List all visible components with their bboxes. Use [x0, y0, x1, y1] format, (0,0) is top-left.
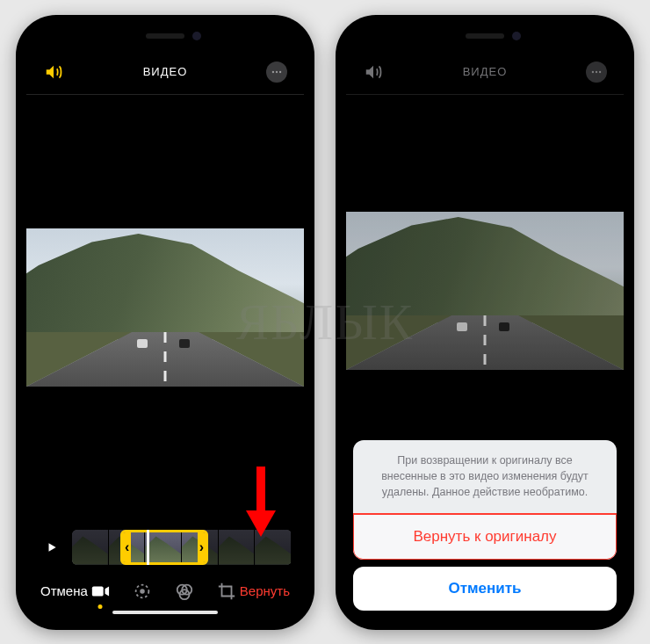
phone-right: ВИДЕО: [336, 15, 634, 630]
sheet-cancel-button[interactable]: Отменить: [353, 567, 617, 611]
cancel-button[interactable]: Отмена: [40, 583, 88, 598]
svg-point-5: [141, 589, 146, 594]
tool-video[interactable]: [90, 581, 111, 602]
video-preview[interactable]: [26, 95, 304, 521]
revert-to-original-button[interactable]: Вернуть к оригиналу: [353, 513, 617, 560]
ellipsis-icon: [266, 62, 287, 83]
home-indicator[interactable]: [432, 611, 538, 614]
active-dot-icon: [98, 604, 103, 609]
svg-point-2: [279, 70, 281, 72]
action-sheet: При возвращении к оригиналу все внесенны…: [353, 440, 617, 610]
trim-selection[interactable]: [120, 530, 208, 565]
editor-header: ВИДЕО: [26, 52, 304, 95]
revert-button[interactable]: Вернуть: [240, 583, 290, 598]
screen: ВИДЕО: [346, 25, 624, 619]
header-title: ВИДЕО: [65, 65, 265, 78]
trim-handle-left-icon[interactable]: ‹: [125, 539, 129, 555]
more-button[interactable]: [265, 61, 288, 83]
svg-point-1: [276, 70, 278, 72]
volume-icon[interactable]: [42, 61, 65, 83]
tool-filters[interactable]: [174, 581, 195, 602]
tool-crop[interactable]: [216, 581, 237, 602]
svg-rect-3: [92, 586, 104, 596]
tool-adjust[interactable]: [132, 581, 153, 602]
svg-point-0: [272, 70, 274, 72]
notch: [99, 25, 231, 48]
annotation-arrow-icon: [242, 463, 279, 544]
playhead[interactable]: [147, 530, 149, 565]
play-button[interactable]: [39, 532, 65, 563]
trim-handle-right-icon[interactable]: ›: [199, 539, 204, 555]
home-indicator[interactable]: [112, 611, 218, 614]
notch: [419, 25, 551, 48]
sheet-message: При возвращении к оригиналу все внесенны…: [353, 440, 617, 513]
screen: ВИДЕО: [26, 25, 304, 619]
phone-left: ВИДЕО: [16, 15, 314, 630]
